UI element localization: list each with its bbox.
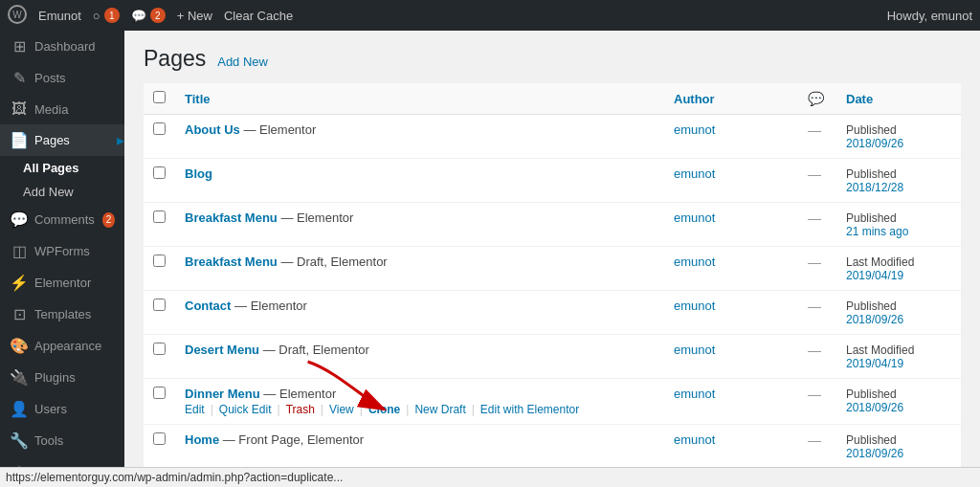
page-link[interactable]: Breakfast Menu xyxy=(185,255,278,269)
action-clone[interactable]: Clone xyxy=(368,403,400,416)
page-link[interactable]: Contact xyxy=(185,299,231,313)
pages-icon: 📄 xyxy=(10,131,29,149)
page-date[interactable]: 2018/09/26 xyxy=(846,313,951,326)
comment-count: — xyxy=(808,432,821,448)
page-suffix: — Draft, Elementor xyxy=(280,255,387,269)
author-link[interactable]: emunot xyxy=(674,166,715,181)
page-date[interactable]: 21 mins ago xyxy=(846,225,951,238)
comments-icon: 💬 xyxy=(10,210,29,229)
sidebar-label-users: Users xyxy=(34,402,67,416)
add-new-link[interactable]: Add New xyxy=(217,55,268,69)
table-row: Home — Front Page, Elementor emunot — Pu… xyxy=(144,425,961,469)
row-checkbox[interactable] xyxy=(153,432,166,445)
sidebar-label-media: Media xyxy=(34,102,68,117)
comment-count: — xyxy=(808,343,821,358)
table-row: Breakfast Menu — Draft, Elementor emunot… xyxy=(144,247,961,291)
action-new-draft[interactable]: New Draft xyxy=(414,403,465,416)
sidebar-item-appearance[interactable]: 🎨 Appearance xyxy=(0,330,124,362)
page-link[interactable]: Blog xyxy=(185,166,212,181)
row-checkbox[interactable] xyxy=(153,255,166,267)
dashboard-icon: ⊞ xyxy=(10,37,29,55)
sidebar-item-media[interactable]: 🖼 Media xyxy=(0,94,124,124)
sidebar-label-posts: Posts xyxy=(34,71,66,85)
comment-count: — xyxy=(808,387,821,402)
users-icon: 👤 xyxy=(10,400,29,418)
row-checkbox[interactable] xyxy=(153,166,166,179)
page-date[interactable]: 2019/04/19 xyxy=(846,269,951,282)
tools-icon: 🔧 xyxy=(10,432,29,450)
sidebar-sub-all-pages[interactable]: All Pages xyxy=(0,156,124,180)
sidebar-item-comments[interactable]: 💬 Comments 2 xyxy=(0,204,124,235)
sidebar-item-elementor[interactable]: ⚡ Elementor xyxy=(0,267,124,299)
page-date[interactable]: 2018/09/26 xyxy=(846,447,951,460)
table-row: Breakfast Menu — Elementor emunot — Publ… xyxy=(144,203,961,247)
elementor-icon: ⚡ xyxy=(10,274,29,292)
sidebar-item-pages[interactable]: 📄 Pages ▸ xyxy=(0,124,124,156)
media-icon: 🖼 xyxy=(10,100,29,118)
sidebar: ⊞ Dashboard ✎ Posts 🖼 Media 📄 Pages ▸ Al… xyxy=(0,31,124,487)
sidebar-sub-add-new[interactable]: Add New xyxy=(0,180,124,204)
page-link[interactable]: Home xyxy=(185,432,219,447)
updates-count[interactable]: ○ 1 xyxy=(93,8,120,23)
author-link[interactable]: emunot xyxy=(674,432,715,447)
table-row-dinner: Dinner Menu — Elementor Edit | Quick Edi… xyxy=(144,379,961,425)
page-date[interactable]: 2019/04/19 xyxy=(846,357,951,370)
page-suffix: — Draft, Elementor xyxy=(263,343,369,357)
page-link[interactable]: Desert Menu xyxy=(185,343,259,357)
sidebar-item-plugins[interactable]: 🔌 Plugins xyxy=(0,362,124,393)
action-view[interactable]: View xyxy=(329,403,354,416)
comment-count: — xyxy=(808,299,821,314)
author-link[interactable]: emunot xyxy=(674,122,715,137)
col-header-title[interactable]: Title xyxy=(175,83,664,115)
sidebar-item-wpforms[interactable]: ◫ WPForms xyxy=(0,235,124,267)
sidebar-item-dashboard[interactable]: ⊞ Dashboard xyxy=(0,31,124,62)
sidebar-label-tools: Tools xyxy=(34,433,63,448)
clear-cache-button[interactable]: Clear Cache xyxy=(224,9,293,23)
row-checkbox[interactable] xyxy=(153,299,166,311)
page-date[interactable]: 2018/09/26 xyxy=(846,401,951,414)
action-quick-edit[interactable]: Quick Edit xyxy=(219,403,272,416)
row-checkbox[interactable] xyxy=(153,343,166,355)
sidebar-label-plugins: Plugins xyxy=(34,370,76,385)
site-name[interactable]: Emunot xyxy=(38,9,81,23)
comment-count: — xyxy=(808,210,821,226)
comment-header-icon: 💬 xyxy=(808,91,824,106)
col-header-author: Author xyxy=(664,83,798,115)
templates-icon: ⊡ xyxy=(10,305,29,323)
row-checkbox[interactable] xyxy=(153,210,166,223)
author-link[interactable]: emunot xyxy=(674,387,715,401)
page-date[interactable]: 2018/12/28 xyxy=(846,181,951,194)
page-status: Published xyxy=(846,387,897,401)
sidebar-item-posts[interactable]: ✎ Posts xyxy=(0,62,124,94)
row-checkbox[interactable] xyxy=(153,122,166,135)
table-row: Blog emunot — Published 2018/12/28 xyxy=(144,159,961,203)
new-content-button[interactable]: + New xyxy=(177,9,212,23)
page-status: Last Modified xyxy=(846,255,914,269)
page-date[interactable]: 2018/09/26 xyxy=(846,137,951,150)
page-link[interactable]: About Us xyxy=(185,122,240,137)
author-link[interactable]: emunot xyxy=(674,299,715,313)
action-edit-elementor[interactable]: Edit with Elementor xyxy=(480,403,579,416)
row-checkbox[interactable] xyxy=(153,387,166,399)
author-link[interactable]: emunot xyxy=(674,343,715,357)
author-link[interactable]: emunot xyxy=(674,210,715,225)
author-link[interactable]: emunot xyxy=(674,255,715,269)
page-status: Published xyxy=(846,123,897,137)
sidebar-item-tools[interactable]: 🔧 Tools xyxy=(0,425,124,456)
url-bar: https://elementorguy.com/wp-admin/admin.… xyxy=(0,467,980,487)
action-edit[interactable]: Edit xyxy=(185,403,205,416)
main-content: Pages Add New Title Author 💬 Date xyxy=(124,31,980,487)
sidebar-label-wpforms: WPForms xyxy=(34,244,90,258)
sidebar-item-users[interactable]: 👤 Users xyxy=(0,393,124,425)
col-header-date[interactable]: Date xyxy=(836,83,961,115)
table-row: Desert Menu — Draft, Elementor emunot — … xyxy=(144,335,961,379)
comments-count[interactable]: 💬 2 xyxy=(131,8,166,23)
sidebar-item-templates[interactable]: ⊡ Templates xyxy=(0,299,124,330)
page-link[interactable]: Breakfast Menu xyxy=(185,210,278,225)
select-all-checkbox[interactable] xyxy=(153,91,166,103)
sidebar-sub-label-add-new: Add New xyxy=(23,185,74,199)
sidebar-sub-label-all-pages: All Pages xyxy=(23,161,79,175)
action-trash[interactable]: Trash xyxy=(286,403,315,416)
table-row: About Us — Elementor emunot — Published … xyxy=(144,115,961,159)
page-link-dinner[interactable]: Dinner Menu xyxy=(185,387,260,401)
